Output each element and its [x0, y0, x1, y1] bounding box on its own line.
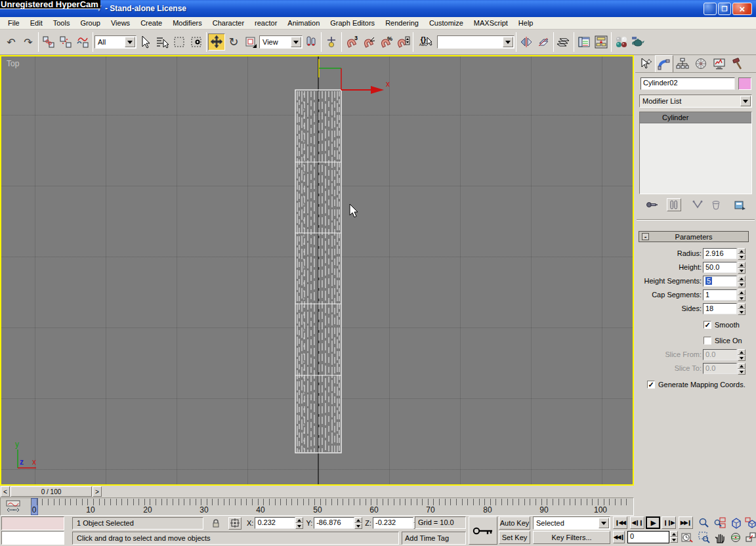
- mini-curve-editor-button[interactable]: [5, 499, 22, 514]
- chevron-down-icon[interactable]: [598, 518, 609, 528]
- redo-button[interactable]: ↷: [20, 33, 37, 51]
- use-pivot-point-center-button[interactable]: [303, 33, 320, 51]
- smooth-checkbox[interactable]: ✓: [704, 321, 711, 329]
- height-segments-field[interactable]: 5: [703, 276, 737, 287]
- set-keys-button[interactable]: [469, 516, 497, 545]
- reference-coordinate-system-dropdown[interactable]: View: [259, 35, 303, 49]
- menu-tools[interactable]: Tools: [48, 18, 75, 28]
- zoom-extents-all-button[interactable]: [744, 516, 756, 530]
- y-coord-spinner[interactable]: [354, 517, 362, 529]
- pan-button[interactable]: [713, 531, 726, 544]
- chevron-down-icon[interactable]: [125, 37, 135, 47]
- tab-utilities[interactable]: [728, 55, 747, 72]
- play-button[interactable]: ▶: [646, 516, 660, 529]
- material-editor-button[interactable]: [613, 33, 630, 51]
- maxscript-mini-listener-white[interactable]: [1, 531, 64, 545]
- cap-segments-spinner[interactable]: [738, 289, 746, 301]
- menu-reactor[interactable]: reactor: [249, 18, 282, 28]
- menu-character[interactable]: Character: [207, 18, 249, 28]
- generate-mapping-checkbox[interactable]: ✓: [647, 381, 655, 388]
- menu-group[interactable]: Group: [75, 18, 106, 28]
- object-color-swatch[interactable]: [738, 77, 751, 90]
- radius-field[interactable]: 2.916: [703, 248, 737, 259]
- menu-graph-editors[interactable]: Graph Editors: [325, 18, 380, 28]
- select-and-rotate-button[interactable]: ↻: [225, 33, 242, 51]
- x-coord-spinner[interactable]: [295, 517, 303, 529]
- key-scope-dropdown[interactable]: Selected: [533, 516, 610, 530]
- frame-spinner[interactable]: [670, 531, 678, 543]
- select-and-move-button[interactable]: [208, 33, 225, 51]
- tab-create[interactable]: [637, 55, 655, 72]
- menu-maxscript[interactable]: MAXScript: [469, 18, 513, 28]
- zoom-button[interactable]: [697, 516, 711, 530]
- tab-hierarchy[interactable]: [673, 55, 692, 72]
- cap-segments-field[interactable]: 1: [703, 289, 737, 301]
- tab-modify[interactable]: [655, 55, 673, 72]
- current-frame-field[interactable]: 0: [627, 531, 669, 543]
- menu-edit[interactable]: Edit: [25, 18, 48, 28]
- menu-views[interactable]: Views: [106, 18, 135, 28]
- height-segments-spinner[interactable]: [738, 276, 746, 287]
- menu-rendering[interactable]: Rendering: [380, 18, 424, 28]
- align-button[interactable]: [535, 33, 552, 51]
- percent-snap-toggle-button[interactable]: %: [377, 33, 394, 51]
- arc-rotate-button[interactable]: [728, 531, 742, 544]
- modifier-list-dropdown[interactable]: Modifier List: [639, 94, 752, 108]
- render-scene-button[interactable]: [630, 33, 647, 51]
- sides-spinner[interactable]: [738, 303, 746, 315]
- absolute-mode-toggle[interactable]: [228, 517, 242, 530]
- select-and-link-button[interactable]: [40, 33, 57, 51]
- time-configuration-button[interactable]: [680, 531, 694, 544]
- tab-motion[interactable]: [692, 55, 710, 72]
- chevron-down-icon[interactable]: [291, 37, 301, 47]
- bind-to-space-warp-button[interactable]: [74, 33, 91, 51]
- y-coord-field[interactable]: -86.876: [314, 517, 354, 529]
- object-name-field[interactable]: Cylinder02: [640, 77, 735, 90]
- show-end-result-button[interactable]: [667, 198, 681, 211]
- min-max-toggle-button[interactable]: [744, 531, 756, 544]
- layer-manager-button[interactable]: [555, 33, 572, 51]
- undo-button[interactable]: ↶: [3, 33, 20, 51]
- modifier-stack-list[interactable]: Cylinder: [639, 112, 752, 194]
- go-to-start-button[interactable]: ❙◀◀: [613, 516, 627, 529]
- minimize-button[interactable]: _: [704, 3, 717, 15]
- sides-field[interactable]: 18: [703, 303, 737, 314]
- configure-modifier-sets-button[interactable]: [732, 198, 747, 211]
- snap-toggle-button[interactable]: 3: [343, 33, 360, 51]
- previous-frame-button[interactable]: ◀❙❙: [630, 516, 644, 529]
- remove-modifier-button[interactable]: [709, 198, 723, 211]
- chevron-down-icon[interactable]: [503, 37, 513, 47]
- region-zoom-button[interactable]: [697, 531, 711, 544]
- go-to-end-button[interactable]: ▶▶❙: [679, 516, 693, 529]
- close-button[interactable]: ×: [732, 3, 752, 15]
- time-slider-prev-button[interactable]: <: [1, 486, 10, 497]
- window-crossing-toggle-button[interactable]: [188, 33, 205, 51]
- set-key-button[interactable]: Set Key: [499, 531, 530, 544]
- time-slider-handle[interactable]: 0 / 100: [10, 486, 92, 497]
- curve-editor-button[interactable]: [576, 33, 593, 51]
- mirror-button[interactable]: [518, 33, 535, 51]
- select-object-button[interactable]: [136, 33, 154, 51]
- restore-button[interactable]: ❐: [718, 3, 731, 15]
- select-by-name-button[interactable]: [154, 33, 171, 51]
- auto-key-button[interactable]: Auto Key: [499, 516, 530, 530]
- menu-animation[interactable]: Animation: [282, 18, 325, 28]
- viewport-top[interactable]: Top: [0, 55, 634, 486]
- select-and-scale-button[interactable]: [242, 33, 259, 51]
- tab-display[interactable]: [710, 55, 728, 72]
- height-spinner[interactable]: [738, 262, 746, 274]
- key-mode-toggle-button[interactable]: ◀◀❙: [613, 531, 625, 543]
- time-slider-next-button[interactable]: >: [93, 486, 102, 497]
- track-bar[interactable]: 0 10 20 30 40 50 60 70 80 90 100: [0, 497, 634, 516]
- spinner-snap-toggle-button[interactable]: [394, 33, 411, 51]
- angle-snap-toggle-button[interactable]: [360, 33, 377, 51]
- x-coord-field[interactable]: 0.232: [255, 517, 295, 529]
- named-selection-sets-dropdown[interactable]: [437, 35, 514, 49]
- unlink-selection-button[interactable]: [57, 33, 74, 51]
- schematic-view-button[interactable]: [593, 33, 610, 51]
- pin-stack-button[interactable]: [644, 198, 659, 211]
- rollout-collapse-button[interactable]: -: [642, 233, 649, 240]
- slice-on-checkbox[interactable]: [704, 337, 711, 345]
- key-filters-button[interactable]: Key Filters...: [533, 531, 610, 544]
- next-frame-button[interactable]: ❙❙▶: [662, 516, 676, 529]
